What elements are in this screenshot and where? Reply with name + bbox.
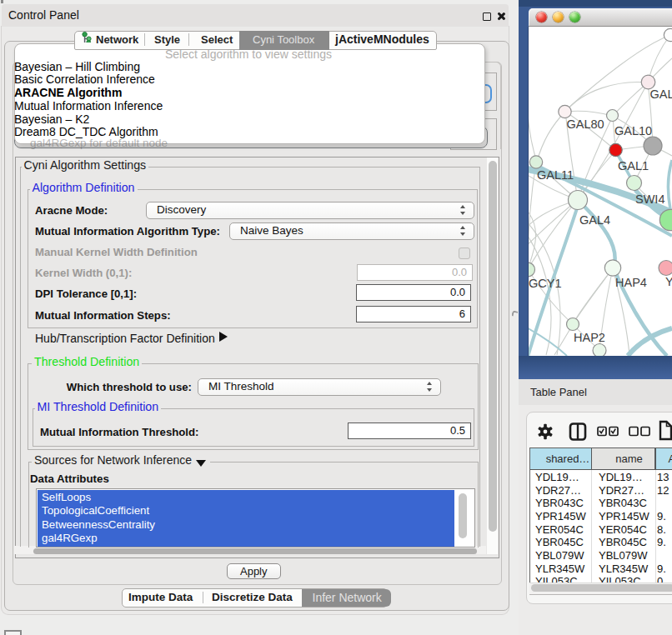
svg-text:HAP4: HAP4 xyxy=(615,276,647,289)
svg-text:GAL1: GAL1 xyxy=(618,159,649,172)
svg-text:GAL4: GAL4 xyxy=(579,213,610,227)
svg-text:HAP2: HAP2 xyxy=(574,331,605,344)
svg-text:GAL11: GAL11 xyxy=(537,168,574,182)
svg-text:GAL2: GAL2 xyxy=(650,88,672,101)
svg-text:GCY1: GCY1 xyxy=(529,277,562,290)
svg-text:SWI4: SWI4 xyxy=(635,192,664,206)
svg-text:GAL80: GAL80 xyxy=(567,118,604,131)
svg-text:Y: Y xyxy=(665,275,672,288)
svg-text:GAL10: GAL10 xyxy=(614,124,652,138)
